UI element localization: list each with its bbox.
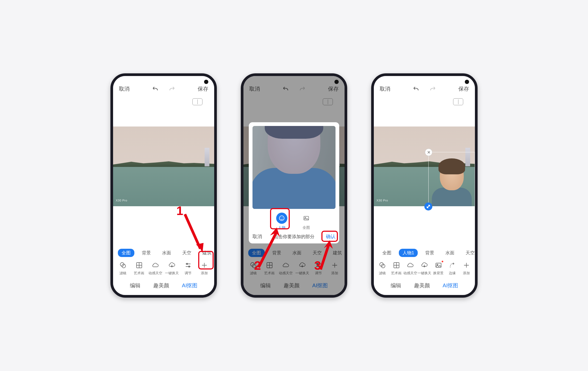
tab-edit[interactable]: 编辑	[130, 282, 140, 289]
redo-icon[interactable]	[168, 87, 176, 92]
phones-row: 取消 保存 X30 Pro 全图	[110, 73, 478, 298]
photo-canvas[interactable]: X30 Pro	[113, 105, 214, 246]
tab-edit[interactable]: 编辑	[391, 282, 401, 289]
svg-point-21	[380, 263, 383, 266]
tool-add[interactable]: 添加	[197, 261, 212, 276]
option-label: 人物	[278, 225, 285, 230]
cloud-download-icon	[420, 261, 428, 269]
segment-chips: 全图 背景 水面 天空 建筑	[113, 246, 214, 260]
compare-toggle-icon[interactable]	[453, 98, 463, 105]
plus-icon	[462, 261, 470, 269]
close-icon[interactable]: ✕	[425, 149, 432, 156]
landscape-image	[113, 127, 214, 206]
svg-rect-24	[436, 263, 441, 267]
chip-full[interactable]: 全图	[379, 249, 395, 257]
overlap-circles-icon	[378, 261, 386, 269]
cancel-button[interactable]: 取消	[119, 85, 130, 92]
camera-punch-hole	[465, 80, 469, 84]
tool-label: 动感天空	[403, 271, 417, 276]
save-button[interactable]: 保存	[198, 85, 208, 92]
edge-icon	[448, 261, 456, 269]
frame-icon	[392, 261, 400, 269]
watermark-text: X30 Pro	[376, 199, 388, 202]
tool-art[interactable]: 艺术画	[132, 261, 146, 276]
image-icon	[301, 213, 312, 224]
overlap-circles-icon	[119, 261, 127, 269]
camera-punch-hole	[334, 80, 339, 84]
chip-person1[interactable]: 人物1	[399, 249, 418, 257]
option-person[interactable]: 人物	[276, 213, 287, 230]
popup-confirm-button[interactable]: 确认	[326, 233, 336, 240]
tool-edge[interactable]: 边缘	[445, 261, 459, 276]
tool-dynamic-sky[interactable]: 动感天空	[148, 261, 163, 276]
svg-point-12	[279, 216, 284, 221]
tool-label: 换背景	[433, 271, 444, 276]
top-toolbar: 取消 保存	[113, 76, 214, 95]
option-full-image[interactable]: 全图	[301, 213, 312, 230]
tool-label: 调节	[185, 271, 192, 276]
image-swap-icon	[434, 261, 442, 269]
tool-add[interactable]: 添加	[459, 261, 473, 276]
redo-icon[interactable]	[429, 87, 437, 92]
plus-icon	[200, 261, 208, 269]
svg-point-26	[453, 263, 454, 264]
undo-icon[interactable]	[412, 87, 420, 92]
tab-beauty[interactable]: 趣美颜	[153, 282, 169, 289]
tool-adjust[interactable]: 调节	[181, 261, 195, 276]
chip-sky[interactable]: 天空	[462, 249, 475, 257]
chip-water[interactable]: 水面	[158, 249, 175, 257]
tool-row: 滤镜 艺术画 动感天空 一键换天 调节	[113, 260, 214, 277]
cloud-icon	[151, 261, 159, 269]
cloud-download-icon	[168, 261, 176, 269]
popup-cancel-button[interactable]: 取消	[252, 233, 262, 240]
person-cutout-box[interactable]: ✕	[428, 152, 475, 206]
cloud-icon	[406, 261, 414, 269]
phone-1: 取消 保存 X30 Pro 全图	[110, 73, 217, 298]
popup-options: 人物 全图	[252, 213, 336, 230]
undo-icon[interactable]	[151, 87, 159, 92]
tool-swap-background[interactable]: 换背景	[431, 261, 445, 276]
save-button[interactable]: 保存	[458, 85, 469, 92]
tool-swap-sky[interactable]: 一键换天	[165, 261, 179, 276]
tool-art[interactable]: 艺术画	[390, 261, 404, 276]
bottom-tabs: 编辑 趣美颜 AI抠图	[113, 277, 214, 295]
photo-canvas[interactable]: X30 Pro ✕	[374, 105, 475, 246]
tool-label: 艺术画	[391, 271, 401, 276]
add-segment-popup: 人物 全图 取消 点击你要添加的部分 确认	[249, 122, 339, 243]
top-toolbar: 取消 保存	[374, 76, 475, 95]
tab-ai-cutout[interactable]: AI抠图	[443, 282, 458, 289]
chip-background[interactable]: 背景	[138, 249, 155, 257]
popup-hint-text: 点击你要添加的部分	[262, 234, 326, 240]
phone-2: 取消 保存 全图 背景 水面 天空 建筑 滤镜 艺术画 动感天	[241, 73, 347, 298]
tool-label: 添加	[463, 271, 470, 276]
tool-swap-sky[interactable]: 一键换天	[417, 261, 432, 276]
camera-punch-hole	[204, 80, 208, 84]
tab-beauty[interactable]: 趣美颜	[414, 282, 430, 289]
phone-3: 取消 保存 X30 Pro ✕	[371, 73, 478, 298]
chip-water[interactable]: 水面	[442, 249, 458, 257]
bottom-tabs: 编辑 趣美颜 AI抠图	[374, 277, 475, 295]
frame-icon	[135, 261, 143, 269]
chip-full[interactable]: 全图	[118, 249, 134, 257]
tool-label: 动感天空	[148, 271, 162, 276]
tool-label: 边缘	[449, 271, 456, 276]
sliders-icon	[184, 261, 192, 269]
tool-label: 添加	[201, 271, 208, 276]
tool-filter[interactable]: 滤镜	[375, 261, 390, 276]
tool-label: 滤镜	[379, 271, 386, 276]
tool-label: 一键换天	[165, 271, 179, 276]
segment-chips: 全图 人物1 背景 水面 天空	[374, 246, 475, 260]
tab-ai-cutout[interactable]: AI抠图	[182, 282, 198, 289]
tool-filter[interactable]: 滤镜	[116, 261, 130, 276]
svg-point-16	[305, 217, 306, 218]
chip-background[interactable]: 背景	[421, 249, 438, 257]
cancel-button[interactable]: 取消	[380, 85, 390, 92]
scale-handle-icon[interactable]	[424, 203, 432, 210]
chip-building[interactable]: 建筑	[199, 249, 214, 257]
tool-dynamic-sky[interactable]: 动感天空	[403, 261, 417, 276]
chip-sky[interactable]: 天空	[179, 249, 195, 257]
popup-preview-image[interactable]	[252, 126, 336, 209]
option-label: 全图	[303, 225, 310, 230]
svg-point-14	[282, 217, 283, 218]
compare-toggle-icon[interactable]	[192, 98, 202, 105]
